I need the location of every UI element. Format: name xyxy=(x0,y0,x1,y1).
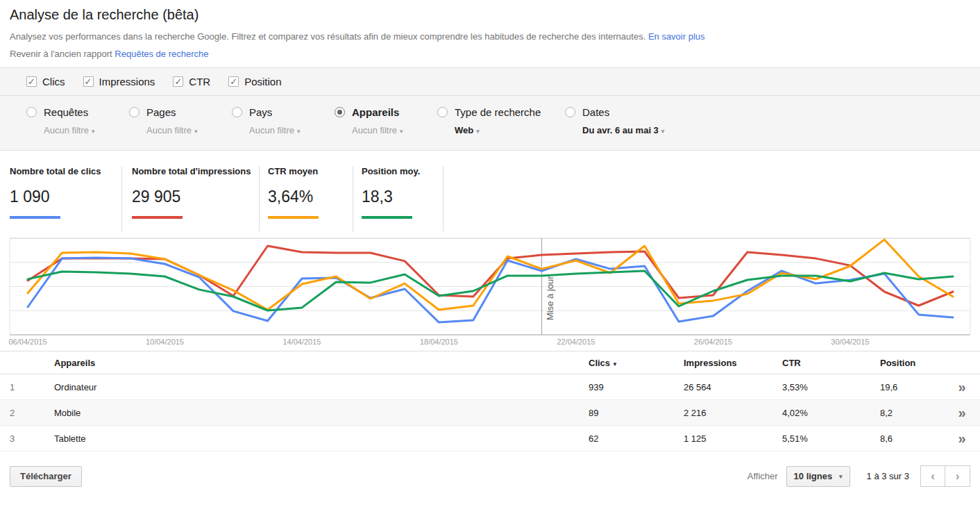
checkbox-checked-icon: ✓ xyxy=(26,76,37,87)
radio-icon xyxy=(437,107,448,117)
chevron-down-icon: ▾ xyxy=(839,473,843,480)
col-header-ctr[interactable]: CTR xyxy=(782,358,880,368)
dimension-radio-type-de-recherche[interactable]: Type de recherche xyxy=(437,106,565,118)
device-name: Ordinateur xyxy=(44,382,589,392)
show-label: Afficher xyxy=(747,471,778,481)
table-footer-bar: Télécharger Afficher 10 lignes ▾ 1 à 3 s… xyxy=(0,451,980,501)
metric-value: 18,3 xyxy=(362,188,443,206)
row-index: 1 xyxy=(0,382,44,392)
dimension-radio-appareils[interactable]: Appareils xyxy=(335,106,437,118)
row-position: 8,2 xyxy=(880,408,944,418)
metric-value: 1 090 xyxy=(10,188,121,206)
x-axis-tick-label: 30/04/2015 xyxy=(831,338,869,346)
dimension-radio-pays[interactable]: Pays xyxy=(232,106,335,118)
radio-selected-icon xyxy=(335,107,345,117)
old-report-link[interactable]: Requêtes de recherche xyxy=(115,49,208,59)
dimension-radio-requetes[interactable]: Requêtes xyxy=(26,106,129,118)
row-index: 2 xyxy=(0,408,44,418)
checkbox-checked-icon: ✓ xyxy=(83,76,94,87)
metric-toggle-label: Impressions xyxy=(99,76,155,88)
learn-more-link[interactable]: En savoir plus xyxy=(648,31,705,42)
download-button[interactable]: Télécharger xyxy=(10,466,82,487)
metric-summary-row: Nombre total de clics 1 090 Nombre total… xyxy=(0,151,980,231)
dimension-filter-pays[interactable]: Aucun filtre▾ xyxy=(249,125,335,135)
pagination-cluster: Afficher 10 lignes ▾ 1 à 3 sur 3 ‹ › xyxy=(747,465,970,487)
row-clics: 939 xyxy=(589,382,684,392)
row-impressions: 1 125 xyxy=(684,433,782,444)
dimension-filter-type-de-recherche[interactable]: Web▾ xyxy=(455,125,565,135)
metric-toggle-position[interactable]: ✓ Position xyxy=(228,76,281,88)
dimension-filter-dates[interactable]: Du avr. 6 au mai 3▾ xyxy=(582,125,668,135)
chevron-down-icon: ▾ xyxy=(476,128,480,135)
device-name: Tablette xyxy=(44,433,589,444)
x-axis-tick-label: 14/04/2015 xyxy=(282,338,321,346)
dimension-group-dates: Dates Du avr. 6 au mai 3▾ xyxy=(565,106,668,150)
row-ctr: 5,51% xyxy=(782,433,880,444)
dimension-filter-pages[interactable]: Aucun filtre▾ xyxy=(146,125,232,135)
metric-card-impressions: Nombre total d'impressions 29 905 xyxy=(122,166,260,231)
rows-per-page-select[interactable]: 10 lignes ▾ xyxy=(786,466,850,487)
row-index: 3 xyxy=(0,433,44,444)
chevron-down-icon: ▾ xyxy=(297,128,301,135)
row-ctr: 4,02% xyxy=(782,408,880,418)
row-ctr: 3,53% xyxy=(782,382,880,392)
table-row-mobile[interactable]: 2 Mobile 89 2 216 4,02% 8,2 » xyxy=(0,400,980,426)
dimension-group-appareils: Appareils Aucun filtre▾ xyxy=(335,106,437,150)
table-header-row: Appareils Clics▼ Impressions CTR Positio… xyxy=(0,351,980,374)
col-header-clics-sort[interactable]: Clics▼ xyxy=(589,358,684,368)
x-axis-tick-label: 22/04/2015 xyxy=(557,338,595,346)
devices-table: Appareils Clics▼ Impressions CTR Positio… xyxy=(0,351,980,451)
series-line-clics xyxy=(28,258,953,322)
metric-toggle-label: Position xyxy=(244,76,281,88)
checkbox-checked-icon: ✓ xyxy=(228,76,239,87)
checkbox-checked-icon: ✓ xyxy=(173,76,183,87)
x-axis-tick-label: 26/04/2015 xyxy=(694,338,732,346)
radio-icon xyxy=(232,107,242,117)
search-analytics-page: Analyse de la recherche (bêta) Analysez … xyxy=(0,0,980,501)
back-to-old-report-text: Revenir à l'ancien rapport xyxy=(10,49,112,59)
radio-icon xyxy=(565,107,575,117)
col-header-appareils: Appareils xyxy=(44,358,589,368)
metric-color-bar xyxy=(268,216,319,219)
sort-desc-icon: ▼ xyxy=(612,361,618,367)
metric-value: 29 905 xyxy=(132,188,259,206)
dimension-group-requetes: Requêtes Aucun filtre▾ xyxy=(26,106,129,150)
dimension-filter-requetes[interactable]: Aucun filtre▾ xyxy=(44,125,129,135)
performance-line-chart[interactable]: Mise à jour06/04/201510/04/201514/04/201… xyxy=(0,231,980,351)
row-expand-icon[interactable]: » xyxy=(944,379,980,395)
dimension-group-pages: Pages Aucun filtre▾ xyxy=(129,106,232,150)
x-axis-tick-label: 10/04/2015 xyxy=(146,338,184,346)
chevron-down-icon: ▾ xyxy=(400,128,403,135)
metric-toggle-row: ✓ Clics ✓ Impressions ✓ CTR ✓ Position xyxy=(0,68,980,96)
dimension-radio-pages[interactable]: Pages xyxy=(129,106,232,118)
radio-icon xyxy=(129,107,140,117)
col-header-impressions[interactable]: Impressions xyxy=(684,358,782,368)
metric-toggle-impressions[interactable]: ✓ Impressions xyxy=(83,76,155,88)
col-header-position[interactable]: Position xyxy=(880,358,944,368)
chevron-down-icon: ▾ xyxy=(661,128,665,135)
next-page-button[interactable]: › xyxy=(945,465,970,487)
row-expand-icon[interactable]: » xyxy=(944,431,980,447)
row-expand-icon[interactable]: » xyxy=(944,405,980,421)
page-description: Analysez vos performances dans la recher… xyxy=(10,31,645,42)
metric-color-bar xyxy=(132,216,183,219)
dimension-group-pays: Pays Aucun filtre▾ xyxy=(232,106,335,150)
metric-card-clics: Nombre total de clics 1 090 xyxy=(0,166,122,231)
metric-toggle-clics[interactable]: ✓ Clics xyxy=(26,76,65,88)
dimension-filter-appareils[interactable]: Aucun filtre▾ xyxy=(352,125,437,135)
metric-toggle-label: CTR xyxy=(189,76,210,88)
x-axis-tick-label: 06/04/2015 xyxy=(8,338,47,346)
chevron-down-icon: ▾ xyxy=(92,128,95,135)
dimension-radio-dates[interactable]: Dates xyxy=(565,106,668,118)
row-clics: 89 xyxy=(589,408,684,418)
prev-page-button[interactable]: ‹ xyxy=(920,465,945,487)
row-position: 19,6 xyxy=(880,382,944,392)
metric-toggle-label: Clics xyxy=(42,76,65,88)
metric-toggle-ctr[interactable]: ✓ CTR xyxy=(173,76,210,88)
metric-card-ctr: CTR moyen 3,64% xyxy=(260,166,353,231)
row-clics: 62 xyxy=(589,433,684,444)
device-name: Mobile xyxy=(44,408,589,418)
table-row-tablette[interactable]: 3 Tablette 62 1 125 5,51% 8,6 » xyxy=(0,426,980,451)
table-row-ordinateur[interactable]: 1 Ordinateur 939 26 564 3,53% 19,6 » xyxy=(0,374,980,400)
dimension-group-type-de-recherche: Type de recherche Web▾ xyxy=(437,106,565,150)
